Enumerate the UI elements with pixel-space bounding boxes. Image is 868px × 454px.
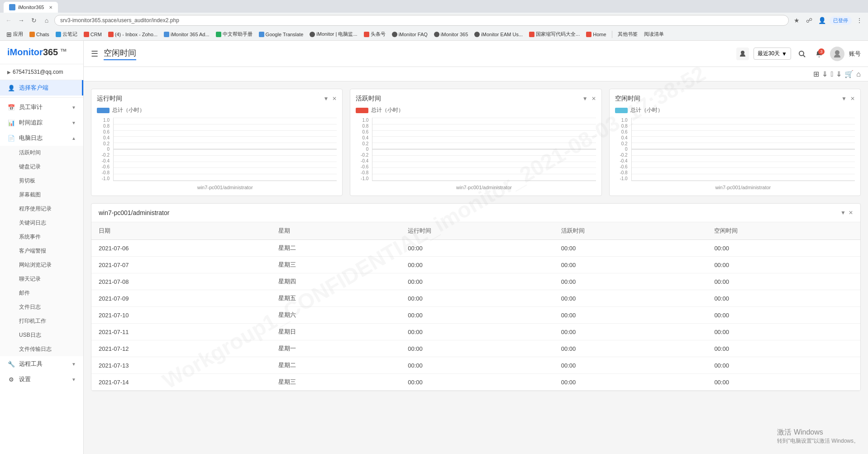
note-icon: [56, 32, 61, 37]
bookmark-label: Chats: [36, 32, 49, 37]
browser-tab-active[interactable]: iMonitor365 ✕: [4, 2, 58, 13]
bookmark-crm[interactable]: CRM: [81, 31, 105, 38]
chart-close-icon[interactable]: ✕: [850, 96, 855, 102]
bookmark-help[interactable]: 中文帮助手册: [213, 30, 255, 38]
data-section: win7-pc001/administrator ▼ ✕ 日期 星期 运行时间 …: [91, 203, 861, 391]
menu-button[interactable]: ⋮: [854, 15, 864, 25]
nav-sub-web-browse[interactable]: 网站浏览记录: [0, 258, 83, 272]
nav-sub-keyboard[interactable]: 键盘记录: [0, 160, 83, 174]
imonitor365-icon: [434, 32, 439, 37]
bookmark-label: iMonitor | 电脑监...: [316, 31, 357, 38]
imonitor-ad-icon: [164, 32, 169, 37]
nav-sub-active-time[interactable]: 活跃时间: [0, 146, 83, 160]
table-cell-active: 00:00: [554, 324, 707, 340]
nav-item-employee-audit[interactable]: 📅 员工审计 ▼: [0, 100, 83, 115]
nav-item-pc-log[interactable]: 📄 电脑日志 ▲: [0, 130, 83, 146]
date-filter-select[interactable]: 最近30天 ▼: [754, 48, 791, 60]
bookmark-toutiao[interactable]: 头条号: [361, 30, 388, 38]
home-button[interactable]: ⌂: [42, 15, 52, 25]
notification-badge: 3: [818, 48, 825, 55]
section-collapse-icon[interactable]: ▼: [840, 210, 846, 216]
bookmark-home[interactable]: Home: [583, 31, 609, 38]
table-row: 2021-07-11星期日00:0000:0000:00: [91, 324, 860, 340]
nav-label: 时间追踪: [19, 119, 43, 127]
chart-collapse-icon[interactable]: ▼: [582, 96, 588, 102]
nav-sub-chat[interactable]: 聊天记录: [0, 272, 83, 286]
nav-sub-keyword[interactable]: 关键词日志: [0, 216, 83, 230]
nav-item-select-client[interactable]: 👤 选择客户端: [0, 80, 83, 96]
bookmark-reading[interactable]: 阅读清单: [641, 30, 667, 38]
tab-favicon: [9, 4, 15, 10]
nav-sub-clipboard[interactable]: 剪切板: [0, 174, 83, 188]
chart-close-icon[interactable]: ✕: [591, 96, 596, 102]
bookmark-imonitor365[interactable]: iMonitor 365: [431, 31, 471, 38]
top-bar: ☰ 空闲时间 最近30天 ▼ 3: [84, 41, 868, 67]
download2-icon[interactable]: ⇓: [836, 70, 842, 78]
windows-icon[interactable]: ⊞: [813, 70, 819, 78]
bookmark-inbox[interactable]: (4) - Inbox - Zoho...: [105, 31, 160, 38]
time-icon: 📊: [7, 119, 15, 127]
chart-collapse-icon[interactable]: ▼: [323, 96, 329, 102]
chart-legend-idle: 总计（小时）: [615, 106, 855, 114]
chart-close-icon[interactable]: ✕: [332, 96, 337, 102]
extensions-button[interactable]: ☍: [804, 15, 814, 25]
remote-icon: 🔧: [7, 360, 15, 368]
browser-chrome: iMonitor365 ✕ ← → ↻ ⌂ srv3-imonitor365.s…: [0, 0, 868, 28]
bookmark-country[interactable]: 国家缩写代码大全...: [526, 30, 582, 38]
bookmark-imonitor-pc[interactable]: iMonitor | 电脑监...: [307, 30, 360, 38]
nav-label: 设置: [19, 375, 31, 383]
chevron-down-icon: ▼: [72, 362, 76, 367]
nav-item-remote[interactable]: 🔧 远程工具 ▼: [0, 356, 83, 372]
bookmark-chats[interactable]: Chats: [27, 31, 52, 38]
nav-sub-file-transfer[interactable]: 文件传输日志: [0, 342, 83, 356]
bookmark-eam[interactable]: iMonitor EAM Us...: [472, 31, 525, 38]
nav-sub-email[interactable]: 邮件: [0, 286, 83, 300]
nav-item-time-track[interactable]: 📊 时间追踪 ▼: [0, 115, 83, 130]
user-avatar-icon[interactable]: [736, 48, 749, 60]
tab-close-button[interactable]: ✕: [49, 5, 52, 10]
download-icon[interactable]: ⇓: [822, 70, 828, 78]
user-avatar[interactable]: [830, 47, 844, 61]
bookmark-note[interactable]: 云笔记: [53, 30, 80, 38]
account-button[interactable]: 👤: [817, 15, 827, 25]
nav-sub-printer[interactable]: 打印机工作: [0, 314, 83, 328]
address-bar[interactable]: srv3-imonitor365.space/users_auditor/ind…: [54, 15, 789, 26]
chart-grid-idle: [631, 118, 855, 181]
bookmark-label: 头条号: [371, 31, 386, 38]
browser-tabs: iMonitor365 ✕: [0, 0, 868, 13]
chart-collapse-icon[interactable]: ▼: [841, 96, 847, 102]
bookmark-translate[interactable]: Google Translate: [256, 31, 306, 38]
account-label[interactable]: 账号: [849, 50, 861, 58]
nav-sub-client-alert[interactable]: 客户端警报: [0, 244, 83, 258]
nav-sub-app-usage[interactable]: 程序使用记录: [0, 202, 83, 216]
bookmark-other[interactable]: 其他书签: [615, 30, 640, 38]
bookmark-faq[interactable]: iMonitor FAQ: [389, 31, 430, 38]
nav-sub-system-event[interactable]: 系统事件: [0, 230, 83, 244]
nav-sub-file-log[interactable]: 文件日志: [0, 300, 83, 314]
bookmark-button[interactable]: ★: [792, 15, 801, 25]
forward-button[interactable]: →: [16, 15, 26, 25]
reload-button[interactable]: ↻: [29, 15, 39, 25]
nav-sub-usb[interactable]: USB日志: [0, 328, 83, 342]
section-close-icon[interactable]: ✕: [849, 210, 853, 216]
search-button[interactable]: [796, 48, 808, 60]
chart-y-axis-active: 1.0 0.8 0.6 0.4 0.2 0 -0.2 -0.4 -0.6 -0.…: [356, 118, 370, 181]
home-icon[interactable]: ⌂: [856, 70, 861, 78]
cart-icon[interactable]: 🛒: [844, 70, 854, 78]
bookmark-apps[interactable]: ⊞ 应用: [4, 30, 26, 39]
notification-button[interactable]: 3: [813, 48, 825, 60]
nav-item-settings[interactable]: ⚙ 设置 ▼: [0, 372, 83, 387]
back-button[interactable]: ←: [4, 15, 14, 25]
chart-legend-runtime: 总计（小时）: [97, 106, 337, 114]
sidebar-nav: 👤 选择客户端 📅 员工审计 ▼ 📊 时间追踪 ▼ 📄 电脑日志 ▲: [0, 80, 83, 454]
help-icon: [216, 32, 221, 37]
signed-in-label: 已登停: [830, 16, 852, 25]
apple-icon[interactable]: : [830, 70, 833, 78]
table-cell-weekday: 星期四: [271, 273, 401, 290]
nav-sub-screenshot[interactable]: 屏幕截图: [0, 188, 83, 202]
table-cell-idle: 00:00: [707, 290, 860, 307]
bookmark-imonitor-ad[interactable]: iMonitor 365 Ad...: [161, 31, 212, 38]
table-row: 2021-07-10星期六00:0000:0000:00: [91, 307, 860, 324]
chevron-down-icon: ▼: [72, 120, 76, 125]
hamburger-icon[interactable]: ☰: [91, 49, 98, 59]
